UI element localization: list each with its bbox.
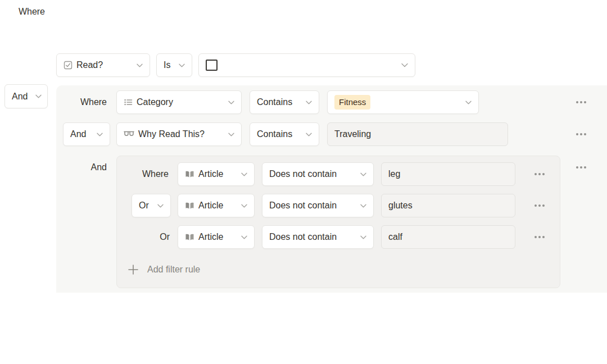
property-dropdown[interactable]: Why Read This? bbox=[116, 122, 242, 146]
book-icon bbox=[185, 201, 194, 210]
checkbox-unchecked-icon bbox=[206, 60, 218, 71]
chevron-down-icon bbox=[360, 204, 366, 208]
value-input[interactable] bbox=[382, 232, 515, 242]
chevron-down-icon bbox=[97, 133, 103, 136]
property-dropdown-label: Article bbox=[198, 232, 223, 242]
connector-dropdown-label: Or bbox=[139, 201, 149, 211]
chevron-down-icon bbox=[35, 94, 42, 98]
property-dropdown-label: Article bbox=[198, 201, 223, 211]
operator-dropdown[interactable]: Does not contain bbox=[262, 162, 374, 186]
chevron-down-icon bbox=[306, 133, 312, 136]
add-filter-rule-label: Add filter rule bbox=[147, 265, 200, 275]
chevron-down-icon bbox=[306, 101, 312, 104]
property-dropdown-label: Read? bbox=[76, 60, 103, 70]
chevron-down-icon bbox=[241, 235, 247, 239]
connector-dropdown-label: And bbox=[70, 129, 86, 139]
chevron-down-icon bbox=[465, 101, 472, 104]
connector-label: Where bbox=[56, 90, 107, 114]
chevron-down-icon bbox=[360, 172, 366, 176]
chevron-down-icon bbox=[228, 133, 234, 136]
operator-dropdown[interactable]: Contains bbox=[250, 90, 319, 114]
connector-label: Where bbox=[0, 0, 45, 24]
chevron-down-icon bbox=[157, 204, 164, 208]
value-tag: Fitness bbox=[334, 95, 370, 110]
property-dropdown-label: Category bbox=[137, 97, 173, 107]
filter-builder: Where Read? Is And Where bbox=[0, 0, 607, 364]
operator-dropdown[interactable]: Does not contain bbox=[262, 194, 374, 217]
property-dropdown[interactable]: Read? bbox=[56, 53, 150, 77]
property-dropdown-label: Why Read This? bbox=[138, 129, 205, 139]
property-dropdown[interactable]: Article bbox=[178, 225, 255, 249]
operator-dropdown-label: Does not contain bbox=[269, 169, 337, 179]
operator-dropdown-label: Is bbox=[164, 60, 170, 70]
value-input[interactable] bbox=[382, 201, 515, 211]
connector-dropdown-label: And bbox=[12, 92, 28, 102]
operator-dropdown-label: Contains bbox=[257, 97, 292, 107]
operator-dropdown[interactable]: Contains bbox=[250, 122, 319, 146]
value-input[interactable] bbox=[328, 129, 508, 139]
value-input-wrapper bbox=[381, 162, 515, 186]
value-input-wrapper bbox=[381, 225, 515, 249]
value-input-wrapper bbox=[327, 122, 508, 146]
connector-dropdown[interactable]: Or bbox=[132, 194, 171, 217]
chevron-down-icon bbox=[228, 101, 234, 104]
value-dropdown[interactable]: Fitness bbox=[327, 90, 479, 114]
connector-dropdown[interactable]: And bbox=[63, 122, 110, 146]
chevron-down-icon bbox=[137, 63, 143, 67]
checkbox-checked-icon bbox=[64, 61, 73, 70]
glasses-icon bbox=[124, 131, 134, 138]
more-options-button[interactable] bbox=[528, 194, 551, 217]
book-icon bbox=[185, 170, 194, 179]
property-dropdown[interactable]: Article bbox=[178, 162, 255, 186]
operator-dropdown-label: Does not contain bbox=[269, 232, 337, 242]
bulleted-list-icon bbox=[124, 98, 133, 107]
property-dropdown-label: Article bbox=[198, 169, 223, 179]
operator-dropdown[interactable]: Does not contain bbox=[262, 225, 374, 249]
value-input[interactable] bbox=[382, 169, 515, 179]
operator-dropdown-label: Does not contain bbox=[269, 201, 337, 211]
connector-label: Or bbox=[132, 225, 170, 249]
add-filter-rule-button[interactable]: Add filter rule bbox=[128, 258, 200, 281]
more-options-button[interactable] bbox=[570, 90, 592, 114]
value-dropdown[interactable] bbox=[198, 53, 415, 77]
chevron-down-icon bbox=[401, 63, 408, 67]
connector-label: And bbox=[56, 156, 107, 179]
property-dropdown[interactable]: Article bbox=[178, 194, 255, 217]
operator-dropdown-label: Contains bbox=[257, 129, 292, 139]
more-options-button[interactable] bbox=[528, 225, 551, 249]
more-options-button[interactable] bbox=[528, 162, 551, 186]
more-options-button[interactable] bbox=[570, 122, 592, 146]
property-dropdown[interactable]: Category bbox=[116, 90, 242, 114]
chevron-down-icon bbox=[360, 235, 366, 239]
operator-dropdown[interactable]: Is bbox=[156, 53, 192, 77]
chevron-down-icon bbox=[241, 204, 247, 208]
book-icon bbox=[185, 233, 194, 242]
chevron-down-icon bbox=[179, 63, 185, 67]
connector-dropdown[interactable]: And bbox=[4, 84, 48, 108]
connector-label: Where bbox=[118, 162, 169, 186]
more-options-button[interactable] bbox=[570, 156, 592, 179]
value-input-wrapper bbox=[381, 194, 515, 217]
plus-icon bbox=[128, 264, 139, 275]
chevron-down-icon bbox=[241, 172, 247, 176]
